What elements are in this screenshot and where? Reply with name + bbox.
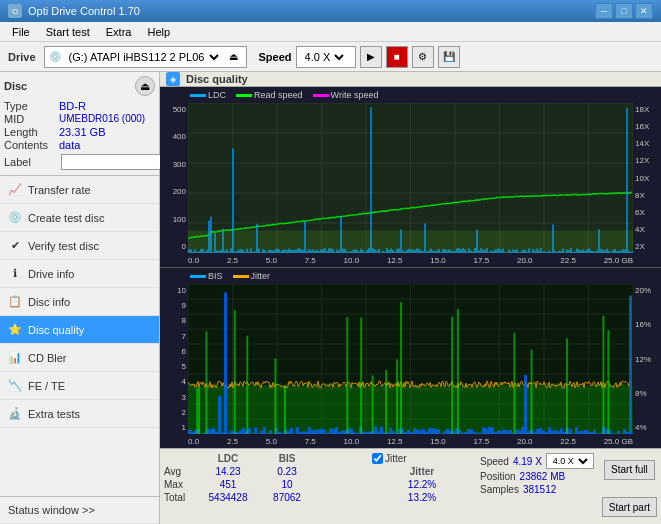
- bottom-chart-canvas: [188, 284, 633, 434]
- sidebar-item-verify-test-disc[interactable]: ✔ Verify test disc: [0, 232, 159, 260]
- speed-dropdown[interactable]: 4.0 X 2.0 X 6.0 X: [301, 50, 347, 64]
- sidebar-item-create-test-disc[interactable]: 💿 Create test disc: [0, 204, 159, 232]
- close-button[interactable]: ✕: [635, 3, 653, 19]
- bottom-y-axis-right: 20% 16% 12% 8% 4%: [633, 284, 661, 434]
- disc-length-row: Length 23.31 GB: [4, 126, 155, 138]
- drive-dropdown[interactable]: (G:) ATAPI iHBS112 2 PL06: [65, 50, 222, 64]
- settings-button[interactable]: ⚙: [412, 46, 434, 68]
- menu-help[interactable]: Help: [139, 24, 178, 40]
- content-area: ◈ Disc quality LDC Read speed: [160, 72, 661, 524]
- status-window-label: Status window >>: [8, 504, 95, 516]
- speed-stat-selector[interactable]: 4.0 X: [546, 453, 594, 469]
- sidebar-item-label-verify-test-disc: Verify test disc: [28, 240, 99, 252]
- legend-jitter: Jitter: [233, 271, 271, 281]
- y-right-6x: 6X: [635, 208, 645, 217]
- stop-button[interactable]: ■: [386, 46, 408, 68]
- x-label-25: 25.0 GB: [604, 256, 633, 265]
- x-label-5: 5.0: [266, 256, 277, 265]
- x-label-17_5: 17.5: [474, 256, 490, 265]
- sidebar-item-disc-info[interactable]: 📋 Disc info: [0, 288, 159, 316]
- disc-label-row: Label 🔍: [4, 153, 155, 171]
- sidebar-item-transfer-rate[interactable]: 📈 Transfer rate: [0, 176, 159, 204]
- top-x-axis: 0.0 2.5 5.0 7.5 10.0 12.5 15.0 17.5 20.0…: [160, 253, 661, 267]
- start-full-button[interactable]: Start full: [604, 460, 655, 480]
- disc-contents-value: data: [59, 139, 155, 151]
- title-bar-controls: ─ □ ✕: [595, 3, 653, 19]
- disc-type-label: Type: [4, 100, 59, 112]
- speed-stat-dropdown[interactable]: 4.0 X: [549, 455, 591, 467]
- menu-extra[interactable]: Extra: [98, 24, 140, 40]
- y-right-4x: 4X: [635, 225, 645, 234]
- sidebar-item-label-disc-quality: Disc quality: [28, 324, 84, 336]
- legend-write-speed: Write speed: [313, 90, 379, 100]
- legend-ldc: LDC: [190, 90, 226, 100]
- samples-value: 381512: [523, 484, 556, 495]
- y-right-2x: 2X: [635, 242, 645, 251]
- stats-max-bis: 10: [262, 479, 312, 490]
- y-label-200: 200: [173, 187, 186, 196]
- main-layout: Disc ⏏ Type BD-R MID UMEBDR016 (000) Len…: [0, 72, 661, 524]
- disc-eject-icon[interactable]: ⏏: [135, 76, 155, 96]
- sidebar-item-label-cd-bler: CD Bler: [28, 352, 67, 364]
- position-value: 23862 MB: [520, 471, 566, 482]
- speed-selector[interactable]: 4.0 X 2.0 X 6.0 X: [296, 46, 356, 68]
- y-right-8x: 8X: [635, 191, 645, 200]
- legend-write-speed-label: Write speed: [331, 90, 379, 100]
- samples-row: Samples 381512: [480, 484, 594, 495]
- extra-tests-icon: 🔬: [8, 407, 22, 421]
- start-part-button[interactable]: Start part: [602, 497, 657, 517]
- sidebar-item-disc-quality[interactable]: ⭐ Disc quality: [0, 316, 159, 344]
- stats-header-row: LDC BIS: [164, 453, 364, 464]
- legend-ldc-color: [190, 94, 206, 97]
- legend-bis-label: BIS: [208, 271, 223, 281]
- position-row: Position 23862 MB: [480, 471, 594, 482]
- legend-bis-color: [190, 275, 206, 278]
- y-right-18x: 18X: [635, 105, 649, 114]
- maximize-button[interactable]: □: [615, 3, 633, 19]
- save-button[interactable]: 💾: [438, 46, 460, 68]
- sidebar-item-extra-tests[interactable]: 🔬 Extra tests: [0, 400, 159, 428]
- sidebar-item-label-transfer-rate: Transfer rate: [28, 184, 91, 196]
- menu-file[interactable]: File: [4, 24, 38, 40]
- drive-selector[interactable]: 💿 (G:) ATAPI iHBS112 2 PL06 ⏏: [44, 46, 247, 68]
- x-label-2_5: 2.5: [227, 256, 238, 265]
- sidebar-item-fe-te[interactable]: 📉 FE / TE: [0, 372, 159, 400]
- header-empty: [164, 453, 194, 464]
- menu-start-test[interactable]: Start test: [38, 24, 98, 40]
- drive-info-icon: ℹ: [8, 267, 22, 281]
- sidebar-item-label-drive-info: Drive info: [28, 268, 74, 280]
- legend-jitter-label: Jitter: [251, 271, 271, 281]
- sidebar-item-cd-bler[interactable]: 📊 CD Bler: [0, 344, 159, 372]
- disc-type-value: BD-R: [59, 100, 155, 112]
- sidebar: Disc ⏏ Type BD-R MID UMEBDR016 (000) Len…: [0, 72, 160, 524]
- chart-header: ◈ Disc quality: [160, 72, 661, 87]
- create-test-disc-icon: 💿: [8, 211, 22, 225]
- speed-label: Speed: [259, 51, 292, 63]
- speed-row: Speed 4.19 X 4.0 X: [480, 453, 594, 469]
- stats-total-ldc: 5434428: [198, 492, 258, 503]
- x-label-7_5: 7.5: [305, 256, 316, 265]
- play-button[interactable]: ▶: [360, 46, 382, 68]
- sidebar-item-drive-info[interactable]: ℹ Drive info: [0, 260, 159, 288]
- legend-read-speed-color: [236, 94, 252, 97]
- eject-button[interactable]: ⏏: [226, 46, 242, 68]
- speed-stat-label: Speed: [480, 456, 509, 467]
- bottom-legend: BIS Jitter: [160, 268, 661, 284]
- disc-header: Disc ⏏: [4, 76, 155, 96]
- jitter-checkbox[interactable]: [372, 453, 383, 464]
- title-bar-left: O Opti Drive Control 1.70: [8, 4, 140, 18]
- disc-contents-label: Contents: [4, 139, 59, 151]
- status-window-button[interactable]: Status window >>: [0, 496, 159, 524]
- disc-info-icon: 📋: [8, 295, 22, 309]
- minimize-button[interactable]: ─: [595, 3, 613, 19]
- bottom-chart-body: 10 9 8 7 6 5 4 3 2 1 20%: [160, 284, 661, 434]
- chart-title-icon: ◈: [166, 72, 180, 86]
- position-label: Position: [480, 471, 516, 482]
- chart-title: Disc quality: [186, 73, 248, 85]
- y-right-10x: 10X: [635, 174, 649, 183]
- stats-total-label: Total: [164, 492, 194, 503]
- header-ldc: LDC: [198, 453, 258, 464]
- legend-bis: BIS: [190, 271, 223, 281]
- app-title: Opti Drive Control 1.70: [28, 5, 140, 17]
- y-label-0: 0: [182, 242, 186, 251]
